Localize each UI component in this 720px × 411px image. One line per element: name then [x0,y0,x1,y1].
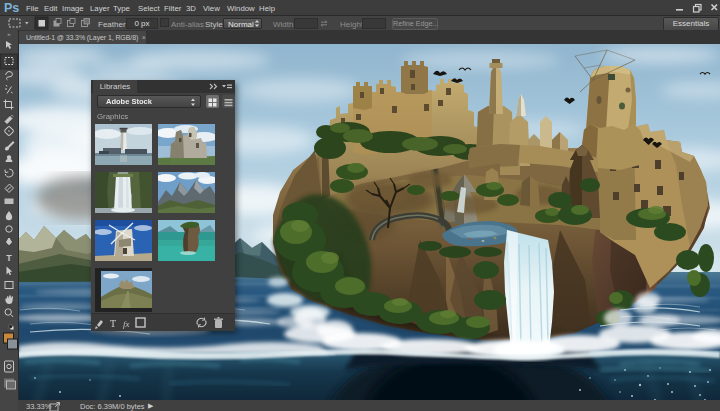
svg-text:»: » [7,31,11,37]
svg-text:T: T [6,253,12,263]
svg-text:T: T [110,318,116,329]
svg-text:fx: fx [123,319,130,329]
